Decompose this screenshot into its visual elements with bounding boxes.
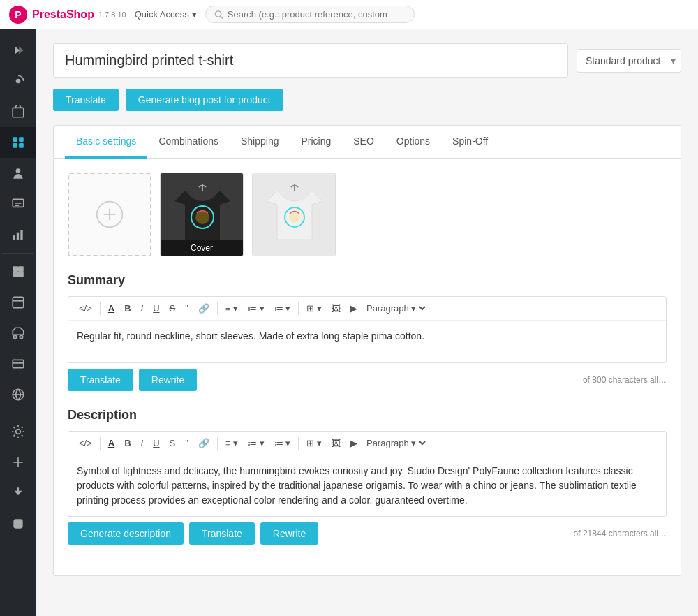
svg-point-24 bbox=[16, 430, 21, 434]
search-input[interactable] bbox=[228, 9, 406, 20]
translate-button[interactable]: Translate bbox=[53, 89, 119, 111]
description-actions: Generate description Translate Rewrite o… bbox=[68, 522, 667, 545]
toolbar-paragraph-select[interactable]: Paragraph ▾ Heading 1 Heading 2 bbox=[364, 302, 428, 314]
desc-toolbar-paragraph-select[interactable]: Paragraph ▾ Heading 1 Heading 2 bbox=[364, 437, 428, 449]
toolbar-italic[interactable]: I bbox=[138, 301, 147, 316]
svg-rect-6 bbox=[13, 137, 17, 142]
toolbar-table[interactable]: ⊞ ▾ bbox=[303, 301, 325, 316]
toolbar-link[interactable]: 🔗 bbox=[195, 301, 213, 316]
toolbar-source[interactable]: </> bbox=[75, 301, 96, 316]
desc-toolbar-list-unordered[interactable]: ≔ ▾ bbox=[244, 436, 268, 450]
cover-label: Cover bbox=[161, 240, 243, 256]
search-bar[interactable] bbox=[205, 6, 415, 23]
svg-rect-18 bbox=[18, 272, 24, 277]
toolbar-list-unordered[interactable]: ≔ ▾ bbox=[244, 301, 268, 316]
toolbar-strikethrough[interactable]: S bbox=[166, 301, 179, 316]
product-title-input[interactable] bbox=[53, 43, 568, 78]
svg-line-3 bbox=[221, 16, 223, 18]
tab-combinations[interactable]: Combinations bbox=[147, 126, 230, 159]
summary-actions: Translate Rewrite of 800 characters all… bbox=[68, 369, 667, 391]
generate-blog-button[interactable]: Generate blog post for product bbox=[126, 89, 283, 111]
desc-toolbar-link[interactable]: 🔗 bbox=[195, 436, 213, 450]
sidebar-item-messages[interactable] bbox=[0, 189, 36, 219]
sidebar-divider bbox=[3, 253, 33, 254]
logo-text: PrestaShop bbox=[32, 8, 94, 21]
product-type-wrapper: Standard product Pack of products Virtua… bbox=[577, 49, 681, 73]
toolbar-align[interactable]: ≡ ▾ bbox=[222, 301, 242, 316]
quick-access-menu[interactable]: Quick Access ▾ bbox=[135, 9, 197, 20]
svg-rect-22 bbox=[13, 360, 24, 367]
desc-sep3 bbox=[298, 437, 299, 450]
summary-translate-button[interactable]: Translate bbox=[68, 369, 133, 391]
toolbar-image[interactable]: 🖼 bbox=[328, 301, 344, 316]
desc-toolbar-font-color[interactable]: A bbox=[105, 436, 118, 450]
desc-toolbar-image[interactable]: 🖼 bbox=[328, 436, 344, 450]
image-upload-box[interactable] bbox=[68, 173, 151, 256]
desc-toolbar-align[interactable]: ≡ ▾ bbox=[222, 436, 242, 450]
svg-rect-19 bbox=[13, 297, 24, 308]
toolbar-font-color[interactable]: A bbox=[105, 301, 118, 316]
product-header: Standard product Pack of products Virtua… bbox=[53, 43, 681, 78]
sidebar-item-orders[interactable] bbox=[0, 96, 36, 127]
logo-area: P PrestaShop 1.7.8.10 bbox=[8, 5, 126, 24]
desc-toolbar-bold[interactable]: B bbox=[121, 436, 134, 450]
sidebar-item-dashboard[interactable] bbox=[0, 66, 36, 96]
main-content: Standard product Pack of products Virtua… bbox=[36, 29, 698, 616]
sidebar-item-plugin1[interactable] bbox=[0, 478, 36, 508]
desc-toolbar-blockquote[interactable]: " bbox=[181, 436, 192, 450]
tab-basic-settings[interactable]: Basic settings bbox=[65, 126, 147, 159]
tab-seo[interactable]: SEO bbox=[342, 126, 385, 159]
product-type-select[interactable]: Standard product Pack of products Virtua… bbox=[577, 49, 681, 73]
svg-rect-7 bbox=[19, 137, 24, 142]
sidebar-item-international[interactable] bbox=[0, 379, 36, 410]
sidebar-item-modules[interactable] bbox=[0, 256, 36, 287]
summary-content[interactable]: Regular fit, round neckline, short sleev… bbox=[68, 321, 666, 362]
search-icon bbox=[214, 10, 223, 20]
desc-toolbar-list-ordered[interactable]: ≔ ▾ bbox=[271, 436, 295, 450]
sidebar-item-plugin2[interactable] bbox=[0, 508, 36, 539]
sidebar-item-settings[interactable] bbox=[0, 416, 36, 447]
version-label: 1.7.8.10 bbox=[98, 10, 126, 19]
sidebar bbox=[0, 29, 36, 616]
quick-access-chevron: ▾ bbox=[192, 9, 197, 20]
tab-options[interactable]: Options bbox=[385, 126, 441, 159]
toolbar-list-ordered[interactable]: ≔ ▾ bbox=[271, 301, 295, 316]
desc-toolbar-strikethrough[interactable]: S bbox=[166, 436, 179, 450]
description-content[interactable]: Symbol of lightness and delicacy, the hu… bbox=[68, 455, 666, 516]
toolbar-blockquote[interactable]: " bbox=[181, 301, 192, 316]
sidebar-divider-2 bbox=[3, 413, 33, 413]
summary-editor: </> A B I U S " 🔗 ≡ ▾ ≔ ▾ ≔ ▾ bbox=[68, 296, 667, 363]
desc-sep1 bbox=[100, 437, 101, 450]
summary-title: Summary bbox=[68, 273, 667, 288]
tab-spinoff[interactable]: Spin-Off bbox=[441, 126, 499, 159]
sidebar-item-catalog[interactable] bbox=[0, 127, 36, 158]
sidebar-item-design[interactable] bbox=[0, 287, 36, 318]
desc-toolbar-media[interactable]: ▶ bbox=[347, 436, 361, 450]
toolbar-media[interactable]: ▶ bbox=[347, 301, 361, 316]
sidebar-expand[interactable] bbox=[0, 35, 36, 66]
sidebar-item-stats[interactable] bbox=[0, 219, 36, 250]
sidebar-item-payment[interactable] bbox=[0, 349, 36, 379]
tab-shipping[interactable]: Shipping bbox=[230, 126, 290, 159]
desc-toolbar-table[interactable]: ⊞ ▾ bbox=[303, 436, 325, 450]
desc-rewrite-button[interactable]: Rewrite bbox=[260, 522, 318, 545]
tab-pricing[interactable]: Pricing bbox=[290, 126, 342, 159]
product-image-white[interactable] bbox=[252, 173, 336, 256]
toolbar-underline[interactable]: U bbox=[149, 301, 163, 316]
summary-toolbar: </> A B I U S " 🔗 ≡ ▾ ≔ ▾ ≔ ▾ bbox=[68, 297, 666, 321]
desc-generate-button[interactable]: Generate description bbox=[68, 522, 184, 545]
description-char-count: of 21844 characters all… bbox=[574, 529, 667, 538]
tabs-container: Basic settings Combinations Shipping Pri… bbox=[53, 125, 681, 576]
sidebar-item-customers[interactable] bbox=[0, 158, 36, 189]
description-title: Description bbox=[68, 408, 667, 423]
sidebar-item-shipping[interactable] bbox=[0, 318, 36, 349]
svg-point-21 bbox=[20, 335, 22, 338]
summary-rewrite-button[interactable]: Rewrite bbox=[139, 369, 197, 391]
desc-toolbar-source[interactable]: </> bbox=[75, 436, 96, 450]
sidebar-item-advanced[interactable] bbox=[0, 447, 36, 478]
desc-toolbar-underline[interactable]: U bbox=[149, 436, 163, 450]
desc-toolbar-italic[interactable]: I bbox=[138, 436, 147, 450]
desc-translate-button[interactable]: Translate bbox=[189, 522, 255, 545]
toolbar-bold[interactable]: B bbox=[121, 301, 134, 316]
product-image-cover[interactable]: Cover bbox=[160, 173, 244, 256]
